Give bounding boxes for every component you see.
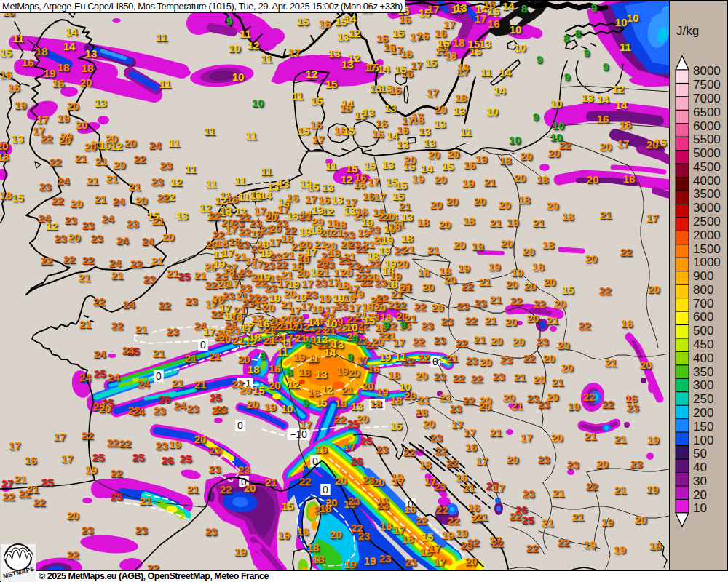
svg-text:0: 0 (237, 420, 243, 431)
svg-text:50: 50 (693, 447, 707, 461)
svg-text:300: 300 (693, 378, 713, 392)
svg-text:4000: 4000 (693, 174, 721, 188)
svg-text:J/kg: J/kg (676, 24, 699, 38)
svg-text:400: 400 (693, 351, 713, 365)
svg-text:10: 10 (693, 501, 707, 515)
svg-text:800: 800 (693, 283, 713, 297)
svg-text:7500: 7500 (693, 78, 721, 92)
svg-text:8000: 8000 (693, 64, 721, 78)
svg-text:500: 500 (693, 324, 713, 338)
svg-text:700: 700 (693, 297, 713, 311)
svg-text:3500: 3500 (693, 187, 721, 201)
svg-text:6500: 6500 (693, 105, 721, 119)
svg-text:900: 900 (693, 269, 713, 283)
svg-text:6000: 6000 (693, 119, 721, 133)
svg-text:20: 20 (693, 488, 707, 502)
svg-text:0: 0 (323, 484, 328, 495)
svg-text:350: 350 (693, 365, 713, 379)
svg-text:3000: 3000 (693, 201, 721, 215)
svg-text:4500: 4500 (693, 160, 721, 174)
svg-text:1000: 1000 (693, 255, 721, 269)
svg-text:450: 450 (693, 338, 713, 351)
svg-text:5000: 5000 (693, 146, 721, 160)
svg-text:2500: 2500 (693, 215, 721, 228)
svg-text:5500: 5500 (693, 132, 721, 146)
svg-text:1500: 1500 (693, 242, 721, 256)
svg-text:600: 600 (693, 310, 713, 324)
svg-text:250: 250 (693, 392, 713, 406)
svg-text:0: 0 (156, 370, 162, 382)
svg-text:0: 0 (200, 339, 206, 351)
svg-text:7000: 7000 (693, 92, 721, 105)
svg-text:30: 30 (693, 474, 707, 488)
svg-text:200: 200 (693, 406, 713, 420)
svg-text:40: 40 (693, 461, 707, 474)
svg-text:100: 100 (693, 434, 713, 447)
svg-text:150: 150 (693, 420, 713, 434)
svg-text:2000: 2000 (693, 228, 721, 242)
